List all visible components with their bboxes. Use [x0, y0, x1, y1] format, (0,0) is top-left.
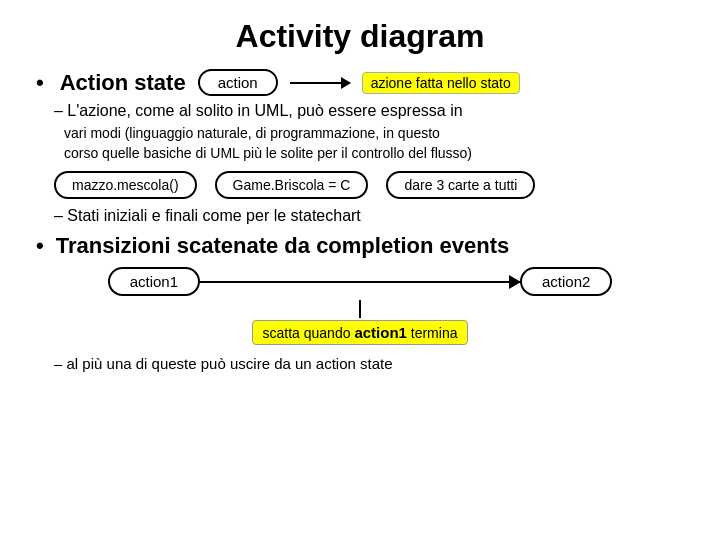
pill-game: Game.Briscola = C [215, 171, 369, 199]
action2-pill: action2 [520, 267, 612, 296]
pill-dare: dare 3 carte a tutti [386, 171, 535, 199]
action-state-label: Action state [60, 70, 186, 96]
transition-arrow [200, 281, 520, 283]
page-title: Activity diagram [36, 18, 684, 55]
bullet-dot-2: • [36, 233, 44, 259]
scatta-block: scatta quando action1 termina [36, 300, 684, 349]
action-state-row: • Action state action azione fatta nello… [36, 69, 684, 96]
sub-text-1: vari modi (linguaggio naturale, di progr… [64, 124, 684, 163]
pill-mazzo: mazzo.mescola() [54, 171, 197, 199]
vertical-connector [359, 300, 361, 318]
dash-text-1: – L'azione, come al solito in UML, può e… [54, 102, 684, 120]
transizioni-label: Transizioni scatenate da completion even… [56, 233, 510, 259]
action-pill: action [198, 69, 278, 96]
section-transizioni: • Transizioni scatenate da completion ev… [36, 233, 684, 372]
pills-row: mazzo.mescola() Game.Briscola = C dare 3… [54, 171, 684, 199]
transition-diagram-row: action1 action2 [36, 267, 684, 296]
dash-text-2: – Stati iniziali e finali come per le st… [54, 207, 684, 225]
page: Activity diagram • Action state action a… [0, 0, 720, 540]
scatta-label: scatta quando action1 termina [252, 320, 469, 345]
dash-text-3: – al più una di queste può uscire da un … [54, 355, 684, 372]
bullet-dot-1: • [36, 70, 44, 96]
transizioni-row: • Transizioni scatenate da completion ev… [36, 233, 684, 259]
arrow-to-label [290, 82, 350, 84]
action1-pill: action1 [108, 267, 200, 296]
scatta-action1-bold: action1 [354, 324, 407, 341]
transition-arrow-line [200, 281, 520, 283]
action-state-arrow-label: azione fatta nello stato [362, 72, 520, 94]
section-action-state: • Action state action azione fatta nello… [36, 69, 684, 225]
